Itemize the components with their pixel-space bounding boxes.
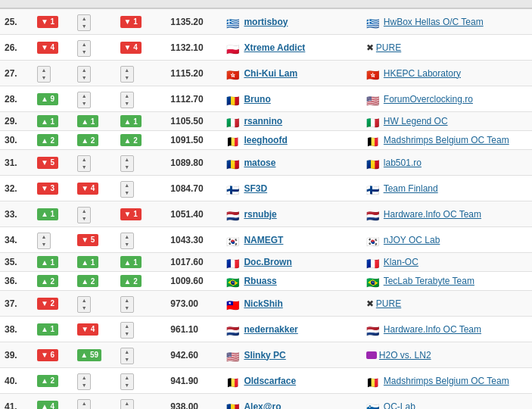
- week-cell[interactable]: ▲ ▼: [73, 394, 115, 410]
- team-link[interactable]: PURE: [376, 42, 401, 53]
- overclocker-cell[interactable]: 🇳🇱 nedernakker: [222, 317, 361, 342]
- month-cell[interactable]: ▲ ▼: [116, 342, 166, 368]
- week-cell[interactable]: ▲ 1: [73, 112, 115, 131]
- month-cell[interactable]: ▲ ▼: [116, 150, 166, 176]
- sort-control[interactable]: ▲ ▼: [120, 399, 134, 409]
- week-cell[interactable]: ▲ ▼: [73, 368, 115, 394]
- day-cell[interactable]: ▲ 9: [33, 86, 73, 112]
- week-cell[interactable]: ▲ 59: [73, 342, 115, 368]
- day-cell[interactable]: ▲ 1: [33, 112, 73, 131]
- overclocker-link[interactable]: matose: [244, 158, 275, 168]
- overclocker-cell[interactable]: 🇧🇪 leeghoofd: [222, 131, 361, 150]
- day-cell[interactable]: ▼ 2: [33, 291, 73, 317]
- team-link[interactable]: H2O vs. LN2: [379, 350, 431, 361]
- month-cell[interactable]: ▲ ▼: [116, 394, 166, 410]
- sort-control[interactable]: ▲ ▼: [120, 296, 134, 313]
- sort-control[interactable]: ▲ ▼: [120, 155, 134, 172]
- sort-control[interactable]: ▲ ▼: [120, 181, 134, 198]
- week-cell[interactable]: ▲ ▼: [73, 61, 115, 86]
- team-cell[interactable]: 🇮🇹 HW Legend OC: [362, 112, 532, 131]
- team-cell[interactable]: 🇬🇷 HwBox Hellas O/C Team: [362, 8, 532, 35]
- month-cell[interactable]: ▲ ▼: [116, 176, 166, 201]
- team-cell[interactable]: 🇰🇷 nJOY OC Lab: [362, 227, 532, 253]
- overclocker-link[interactable]: Bruno: [244, 94, 270, 105]
- overclocker-link[interactable]: Rbuass: [244, 276, 276, 286]
- sort-control[interactable]: ▲ ▼: [120, 66, 134, 83]
- team-cell[interactable]: ✖ PURE: [362, 291, 532, 317]
- month-cell[interactable]: ▲ 2: [116, 131, 166, 150]
- team-cell[interactable]: H2O vs. LN2: [362, 342, 532, 368]
- team-link[interactable]: lab501.ro: [384, 158, 422, 168]
- team-cell[interactable]: 🇫🇷 Klan-OC: [362, 253, 532, 272]
- team-cell[interactable]: 🇧🇪 Madshrimps Belgium OC Team: [362, 131, 532, 150]
- sort-control[interactable]: ▲ ▼: [77, 40, 91, 57]
- overclocker-cell[interactable]: 🇷🇴 Bruno: [222, 86, 361, 112]
- week-cell[interactable]: ▼ 4: [73, 176, 115, 201]
- overclocker-link[interactable]: rsannino: [244, 116, 282, 126]
- overclocker-link[interactable]: nedernakker: [244, 324, 297, 335]
- overclocker-link[interactable]: NAMEGT: [244, 235, 283, 245]
- overclocker-cell[interactable]: 🇺🇸 Slinky PC: [222, 342, 361, 368]
- team-link[interactable]: Hardware.Info OC Team: [384, 209, 481, 220]
- sort-control[interactable]: ▲ ▼: [120, 373, 134, 390]
- week-cell[interactable]: ▼ 4: [73, 317, 115, 342]
- month-cell[interactable]: ▲ ▼: [116, 291, 166, 317]
- day-cell[interactable]: ▲ 2: [33, 131, 73, 150]
- overclocker-cell[interactable]: 🇰🇷 NAMEGT: [222, 227, 361, 253]
- sort-control[interactable]: ▲ ▼: [77, 66, 91, 83]
- day-cell[interactable]: ▲ 1: [33, 253, 73, 272]
- overclocker-cell[interactable]: 🇵🇱 Xtreme Addict: [222, 35, 361, 61]
- day-cell[interactable]: ▲ 4: [33, 394, 73, 410]
- week-cell[interactable]: ▲ ▼: [73, 86, 115, 112]
- day-cell[interactable]: ▼ 6: [33, 342, 73, 368]
- overclocker-link[interactable]: rsnubje: [244, 209, 276, 220]
- sort-control[interactable]: ▲ ▼: [77, 14, 91, 31]
- month-cell[interactable]: ▲ ▼: [116, 368, 166, 394]
- sort-control[interactable]: ▲ ▼: [77, 92, 91, 108]
- team-link[interactable]: Klan-OC: [384, 257, 418, 267]
- team-cell[interactable]: 🇳🇱 Hardware.Info OC Team: [362, 317, 532, 342]
- sort-control[interactable]: ▲ ▼: [120, 92, 134, 108]
- overclocker-cell[interactable]: 🇭🇰 Chi-Kui Lam: [222, 61, 361, 86]
- team-link[interactable]: ForumOverclocking.ro: [384, 94, 473, 105]
- sort-control[interactable]: ▲ ▼: [37, 66, 51, 83]
- overclocker-link[interactable]: Alex@ro: [244, 401, 281, 410]
- team-link[interactable]: Madshrimps Belgium OC Team: [384, 135, 509, 145]
- team-link[interactable]: nJOY OC Lab: [384, 235, 440, 245]
- overclocker-cell[interactable]: 🇧🇪 Oldscarface: [222, 368, 361, 394]
- sort-control[interactable]: ▲ ▼: [77, 155, 91, 172]
- team-cell[interactable]: 🇸🇮 OC-Lab: [362, 394, 532, 410]
- month-cell[interactable]: ▼ 4: [116, 35, 166, 61]
- week-cell[interactable]: ▲ ▼: [73, 8, 115, 35]
- day-cell[interactable]: ▲ 2: [33, 272, 73, 291]
- day-cell[interactable]: ▼ 4: [33, 35, 73, 61]
- month-cell[interactable]: ▲ ▼: [116, 317, 166, 342]
- overclocker-link[interactable]: NickShih: [244, 298, 282, 309]
- overclocker-cell[interactable]: 🇷🇴 matose: [222, 150, 361, 176]
- overclocker-link[interactable]: Slinky PC: [244, 350, 285, 361]
- day-cell[interactable]: ▲ 1: [33, 317, 73, 342]
- overclocker-cell[interactable]: 🇹🇼 NickShih: [222, 291, 361, 317]
- week-cell[interactable]: ▲ ▼: [73, 201, 115, 227]
- sort-control[interactable]: ▲ ▼: [77, 207, 91, 223]
- sort-control[interactable]: ▲ ▼: [77, 399, 91, 409]
- team-cell[interactable]: 🇷🇴 lab501.ro: [362, 150, 532, 176]
- team-link[interactable]: HW Legend OC: [384, 116, 448, 126]
- sort-control[interactable]: ▲ ▼: [37, 233, 51, 249]
- overclocker-cell[interactable]: 🇧🇷 Rbuass: [222, 272, 361, 291]
- month-cell[interactable]: ▲ ▼: [116, 61, 166, 86]
- team-link[interactable]: PURE: [376, 298, 401, 309]
- day-cell[interactable]: ▼ 1: [33, 8, 73, 35]
- week-cell[interactable]: ▲ ▼: [73, 291, 115, 317]
- overclocker-link[interactable]: Xtreme Addict: [244, 42, 305, 53]
- month-cell[interactable]: ▲ ▼: [116, 86, 166, 112]
- overclocker-link[interactable]: leeghoofd: [244, 135, 287, 145]
- month-cell[interactable]: ▼ 1: [116, 8, 166, 35]
- sort-control[interactable]: ▲ ▼: [120, 348, 134, 364]
- week-cell[interactable]: ▲ 2: [73, 272, 115, 291]
- day-cell[interactable]: ▲ 2: [33, 368, 73, 394]
- week-cell[interactable]: ▲ 1: [73, 253, 115, 272]
- overclocker-link[interactable]: Doc.Brown: [244, 257, 291, 267]
- month-cell[interactable]: ▲ 1: [116, 253, 166, 272]
- day-cell[interactable]: ▲ ▼: [33, 227, 73, 253]
